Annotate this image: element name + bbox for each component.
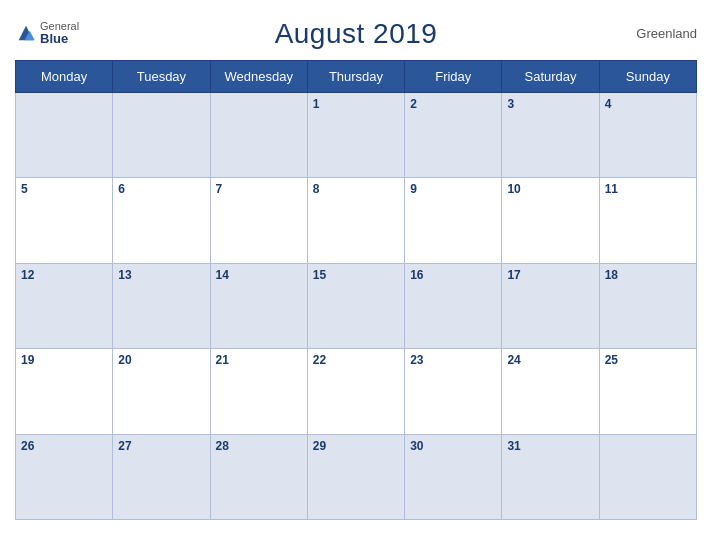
calendar-cell: 15 (307, 263, 404, 348)
calendar-table: Monday Tuesday Wednesday Thursday Friday… (15, 60, 697, 520)
region-label: Greenland (636, 26, 697, 41)
header-sunday: Sunday (599, 61, 696, 93)
day-number: 10 (507, 182, 520, 196)
calendar-cell: 11 (599, 178, 696, 263)
logo-icon (15, 22, 37, 44)
calendar-cell: 30 (405, 434, 502, 519)
logo-area: General Blue (15, 21, 79, 45)
calendar-cell (113, 93, 210, 178)
weekday-header-row: Monday Tuesday Wednesday Thursday Friday… (16, 61, 697, 93)
day-number: 21 (216, 353, 229, 367)
day-number: 27 (118, 439, 131, 453)
header-thursday: Thursday (307, 61, 404, 93)
calendar-cell: 4 (599, 93, 696, 178)
calendar-cell: 24 (502, 349, 599, 434)
calendar-cell: 12 (16, 263, 113, 348)
calendar-cell: 2 (405, 93, 502, 178)
calendar-cell: 10 (502, 178, 599, 263)
calendar-week-row: 567891011 (16, 178, 697, 263)
calendar-cell: 16 (405, 263, 502, 348)
day-number: 8 (313, 182, 320, 196)
calendar-cell: 8 (307, 178, 404, 263)
calendar-cell: 19 (16, 349, 113, 434)
day-number: 28 (216, 439, 229, 453)
day-number: 25 (605, 353, 618, 367)
day-number: 24 (507, 353, 520, 367)
logo-blue-label: Blue (40, 32, 79, 45)
day-number: 14 (216, 268, 229, 282)
calendar-week-row: 12131415161718 (16, 263, 697, 348)
header-saturday: Saturday (502, 61, 599, 93)
calendar-cell: 5 (16, 178, 113, 263)
calendar-cell: 9 (405, 178, 502, 263)
day-number: 22 (313, 353, 326, 367)
calendar-cell: 20 (113, 349, 210, 434)
calendar-cell: 13 (113, 263, 210, 348)
day-number: 7 (216, 182, 223, 196)
header-tuesday: Tuesday (113, 61, 210, 93)
day-number: 16 (410, 268, 423, 282)
day-number: 6 (118, 182, 125, 196)
calendar-cell: 27 (113, 434, 210, 519)
calendar-cell: 7 (210, 178, 307, 263)
calendar-title: August 2019 (275, 18, 438, 50)
calendar-cell: 17 (502, 263, 599, 348)
day-number: 23 (410, 353, 423, 367)
calendar-cell (210, 93, 307, 178)
day-number: 12 (21, 268, 34, 282)
day-number: 17 (507, 268, 520, 282)
calendar-week-row: 1234 (16, 93, 697, 178)
header-monday: Monday (16, 61, 113, 93)
day-number: 11 (605, 182, 618, 196)
day-number: 31 (507, 439, 520, 453)
calendar-week-row: 19202122232425 (16, 349, 697, 434)
calendar-cell: 18 (599, 263, 696, 348)
calendar-cell: 28 (210, 434, 307, 519)
calendar-cell: 25 (599, 349, 696, 434)
day-number: 4 (605, 97, 612, 111)
day-number: 20 (118, 353, 131, 367)
day-number: 1 (313, 97, 320, 111)
day-number: 26 (21, 439, 34, 453)
calendar-cell: 22 (307, 349, 404, 434)
day-number: 2 (410, 97, 417, 111)
day-number: 29 (313, 439, 326, 453)
calendar-cell: 6 (113, 178, 210, 263)
day-number: 9 (410, 182, 417, 196)
calendar-thead: Monday Tuesday Wednesday Thursday Friday… (16, 61, 697, 93)
calendar-cell: 3 (502, 93, 599, 178)
calendar-week-row: 262728293031 (16, 434, 697, 519)
calendar-cell: 29 (307, 434, 404, 519)
calendar-container: General Blue August 2019 Greenland Monda… (0, 0, 712, 550)
header-wednesday: Wednesday (210, 61, 307, 93)
calendar-cell: 21 (210, 349, 307, 434)
day-number: 30 (410, 439, 423, 453)
day-number: 15 (313, 268, 326, 282)
calendar-cell (16, 93, 113, 178)
calendar-cell: 1 (307, 93, 404, 178)
day-number: 5 (21, 182, 28, 196)
calendar-cell: 14 (210, 263, 307, 348)
day-number: 18 (605, 268, 618, 282)
calendar-cell (599, 434, 696, 519)
calendar-cell: 26 (16, 434, 113, 519)
day-number: 13 (118, 268, 131, 282)
day-number: 19 (21, 353, 34, 367)
day-number: 3 (507, 97, 514, 111)
calendar-cell: 23 (405, 349, 502, 434)
calendar-body: 1234567891011121314151617181920212223242… (16, 93, 697, 520)
logo-text: General Blue (40, 21, 79, 45)
calendar-cell: 31 (502, 434, 599, 519)
header-friday: Friday (405, 61, 502, 93)
calendar-header: General Blue August 2019 Greenland (15, 10, 697, 56)
